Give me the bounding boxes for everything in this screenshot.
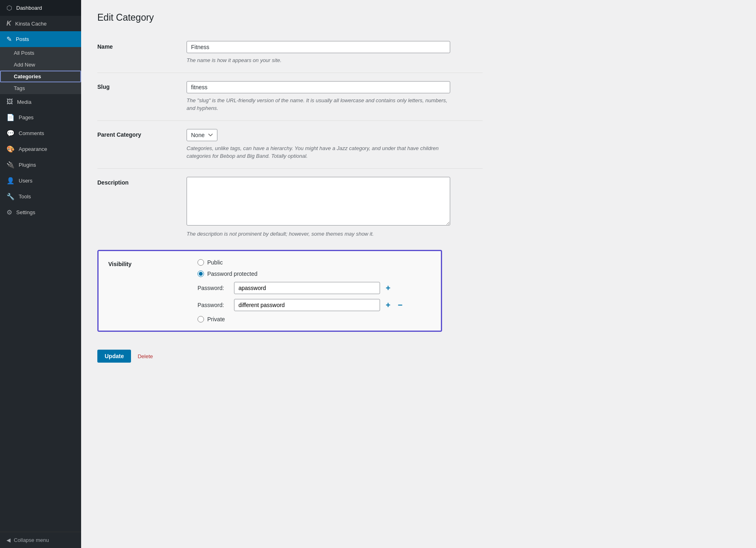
media-icon: 🖼: [6, 98, 13, 105]
radio-password[interactable]: [198, 271, 204, 277]
sidebar-item-posts[interactable]: ✎ Posts ◀: [0, 31, 81, 47]
visibility-field: Public Password protected Password: +: [198, 259, 431, 322]
radio-private[interactable]: [198, 316, 204, 322]
users-icon: 👤: [6, 177, 15, 185]
visibility-row: Visibility Public Password protected Pas…: [97, 246, 483, 340]
password2-row: Password: + −: [198, 299, 431, 311]
name-input[interactable]: [187, 41, 450, 53]
sidebar-item-users[interactable]: 👤 Users: [0, 173, 81, 189]
plugins-icon: 🔌: [6, 161, 15, 169]
slug-row: Slug The "slug" is the URL-friendly vers…: [97, 73, 483, 120]
password2-input[interactable]: [234, 299, 380, 311]
sidebar-item-appearance[interactable]: 🎨 Appearance: [0, 141, 81, 157]
radio-password-row: Password protected: [198, 271, 431, 277]
sidebar-item-comments[interactable]: 💬 Comments: [0, 125, 81, 141]
visibility-label: Visibility: [108, 259, 198, 267]
password1-input[interactable]: [234, 282, 380, 294]
parent-select[interactable]: None: [187, 129, 217, 141]
radio-private-label[interactable]: Private: [207, 316, 225, 322]
slug-input[interactable]: [187, 81, 450, 93]
sidebar-item-add-new[interactable]: Add New: [0, 59, 81, 71]
parent-hint: Categories, unlike tags, can have a hier…: [187, 144, 450, 160]
name-row: Name The name is how it appears on your …: [97, 33, 483, 73]
name-label: Name: [97, 41, 187, 50]
sidebar-item-dashboard[interactable]: ⬡ Dashboard: [0, 0, 81, 16]
description-row: Description The description is not promi…: [97, 168, 483, 246]
sidebar-item-media[interactable]: 🖼 Media: [0, 94, 81, 110]
description-hint: The description is not prominent by defa…: [187, 230, 450, 238]
radio-private-row: Private: [198, 316, 431, 322]
password1-row: Password: +: [198, 282, 431, 294]
posts-icon: ✎: [6, 35, 12, 43]
sidebar-item-tools[interactable]: 🔧 Tools: [0, 189, 81, 204]
description-field: The description is not prominent by defa…: [187, 177, 483, 238]
slug-hint: The "slug" is the URL-friendly version o…: [187, 97, 450, 112]
sidebar-item-settings[interactable]: ⚙ Settings: [0, 204, 81, 220]
edit-category-form: Name The name is how it appears on your …: [97, 33, 483, 363]
settings-icon: ⚙: [6, 208, 12, 216]
posts-arrow: ◀: [70, 35, 75, 43]
sidebar-item-all-posts[interactable]: All Posts: [0, 47, 81, 59]
main-content: Edit Category Name The name is how it ap…: [81, 0, 756, 548]
pages-icon: 📄: [6, 114, 15, 121]
name-field: The name is how it appears on your site.: [187, 41, 483, 64]
radio-public[interactable]: [198, 259, 204, 266]
sidebar-item-tags[interactable]: Tags: [0, 82, 81, 94]
delete-button[interactable]: Delete: [137, 353, 153, 359]
posts-submenu: All Posts Add New Categories Tags: [0, 47, 81, 94]
parent-label: Parent Category: [97, 129, 187, 138]
description-textarea[interactable]: [187, 177, 450, 226]
radio-public-label[interactable]: Public: [207, 259, 223, 266]
parent-field: None Categories, unlike tags, can have a…: [187, 129, 483, 160]
slug-field: The "slug" is the URL-friendly version o…: [187, 81, 483, 112]
add-password2-button[interactable]: +: [384, 301, 392, 309]
kinsta-icon: K: [6, 20, 11, 27]
parent-row: Parent Category None Categories, unlike …: [97, 120, 483, 168]
sidebar-item-pages[interactable]: 📄 Pages: [0, 110, 81, 125]
tools-icon: 🔧: [6, 193, 15, 200]
sidebar: ⬡ Dashboard K Kinsta Cache ✎ Posts ◀ All…: [0, 0, 81, 548]
password2-label: Password:: [198, 302, 230, 308]
appearance-icon: 🎨: [6, 145, 15, 153]
dashboard-icon: ⬡: [6, 4, 12, 12]
collapse-icon: ◀: [6, 537, 11, 543]
radio-public-row: Public: [198, 259, 431, 266]
remove-password2-button[interactable]: −: [396, 301, 404, 309]
radio-password-label[interactable]: Password protected: [207, 271, 258, 277]
comments-icon: 💬: [6, 129, 15, 137]
sidebar-item-plugins[interactable]: 🔌 Plugins: [0, 157, 81, 173]
sidebar-item-categories[interactable]: Categories: [0, 71, 81, 82]
visibility-box: Visibility Public Password protected Pas…: [97, 250, 442, 332]
slug-label: Slug: [97, 81, 187, 90]
password1-label: Password:: [198, 285, 230, 291]
description-label: Description: [97, 177, 187, 186]
add-password-button[interactable]: +: [384, 284, 392, 292]
form-actions: Update Delete: [97, 350, 483, 363]
update-button[interactable]: Update: [97, 350, 131, 363]
name-hint: The name is how it appears on your site.: [187, 56, 450, 64]
page-title: Edit Category: [97, 12, 740, 23]
sidebar-item-kinsta[interactable]: K Kinsta Cache: [0, 16, 81, 31]
collapse-menu[interactable]: ◀ Collapse menu: [0, 532, 81, 548]
